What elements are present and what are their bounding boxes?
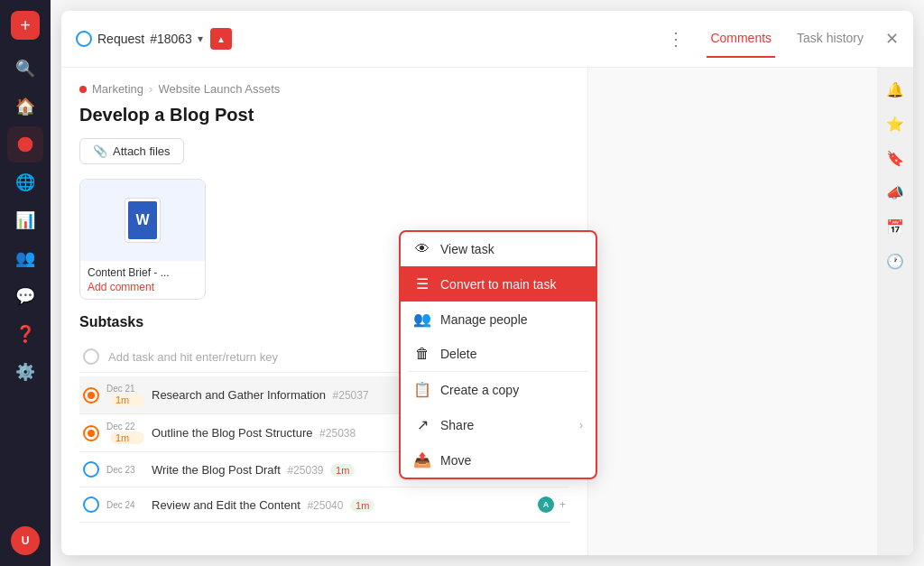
subtask-avatar-group: A +	[536, 495, 566, 515]
copy-icon: 📋	[413, 381, 431, 398]
question-icon[interactable]: ❓	[7, 316, 43, 352]
right-sidebar: 🔔 ⭐ 🔖 📣 📅 🕐	[877, 68, 913, 555]
subtask-date-label: Dec 21	[106, 384, 144, 394]
subtask-name: Review and Edit the Content #25040 1m	[152, 498, 529, 512]
add-button[interactable]: +	[11, 11, 40, 40]
context-menu: 👁 View task ☰ Convert to main task 👥 Man…	[399, 230, 597, 479]
mini-avatar: A	[536, 495, 556, 515]
main-content: Request #18063 ▾ ▲ ⋮ Comments Task histo…	[51, 0, 924, 566]
globe-icon[interactable]: 🌐	[7, 164, 43, 200]
empty-circle-icon	[83, 348, 99, 365]
modal-header: Request #18063 ▾ ▲ ⋮ Comments Task histo…	[61, 11, 913, 68]
left-sidebar: + 🔍 🏠 🌐 📊 👥 💬 ❓ ⚙️ U	[0, 0, 51, 566]
context-menu-view-task[interactable]: 👁 View task	[401, 232, 596, 266]
manage-people-label: Manage people	[440, 312, 583, 327]
subtask-time-badge: 1m	[110, 431, 144, 444]
subtask-row[interactable]: Dec 24 Review and Edit the Content #2504…	[79, 487, 569, 523]
paperclip-icon: 📎	[93, 144, 107, 158]
bookmark-icon[interactable]: 🔖	[881, 144, 910, 172]
tab-history[interactable]: Task history	[793, 20, 867, 58]
file-card: W Content Brief - ... Add comment	[79, 179, 206, 300]
subtask-date-label: Dec 23	[106, 465, 144, 475]
calendar-icon[interactable]: 📅	[881, 212, 910, 241]
task-circle-icon	[76, 31, 92, 47]
subtask-status-blue	[83, 461, 99, 478]
context-menu-delete[interactable]: 🗑 Delete	[401, 337, 596, 371]
attach-files-button[interactable]: 📎 Attach files	[79, 138, 184, 164]
copy-label: Create a copy	[440, 383, 583, 397]
attach-label: Attach files	[113, 144, 171, 158]
task-title: Develop a Blog Post	[79, 105, 569, 125]
megaphone-icon[interactable]: 📣	[881, 178, 910, 207]
move-icon: 📤	[413, 451, 431, 469]
search-icon[interactable]: 🔍	[7, 51, 43, 87]
tab-comments[interactable]: Comments	[707, 20, 775, 58]
chart-icon[interactable]: 📊	[7, 202, 43, 238]
subtask-status-orange	[83, 387, 99, 404]
file-name: Content Brief - ...	[88, 266, 198, 279]
close-icon[interactable]: ✕	[885, 29, 899, 49]
subtask-date-label: Dec 22	[106, 422, 144, 431]
share-label: Share	[440, 418, 570, 432]
tab-bar: Comments Task history ✕	[707, 20, 899, 58]
chevron-right-icon: ›	[579, 419, 583, 431]
people-icon[interactable]: 👥	[7, 240, 43, 276]
add-assignee-button[interactable]: +	[559, 498, 566, 511]
star-icon[interactable]: ⭐	[881, 109, 910, 138]
context-menu-share[interactable]: ↗ Share ›	[401, 407, 596, 442]
subtask-time-badge: 1m	[110, 394, 144, 406]
trash-icon: 🗑	[413, 346, 431, 362]
inbox-icon[interactable]	[7, 126, 43, 162]
right-panel-body: 👁 View task ☰ Convert to main task 👥 Man…	[588, 68, 877, 555]
context-menu-move[interactable]: 📤 Move	[401, 442, 596, 478]
breadcrumb-arrow-icon: ›	[149, 82, 152, 96]
file-preview: W	[80, 180, 205, 261]
bell-icon[interactable]: 🔔	[881, 75, 910, 104]
view-task-label: View task	[440, 242, 583, 256]
add-subtask-placeholder: Add task and hit enter/return key	[108, 350, 278, 364]
avatar[interactable]: U	[11, 526, 40, 555]
context-menu-manage-people[interactable]: 👥 Manage people	[401, 302, 596, 337]
clock-icon[interactable]: 🕐	[881, 246, 910, 275]
task-id: #18063	[150, 32, 192, 46]
manage-people-icon: 👥	[413, 311, 431, 328]
context-menu-convert[interactable]: ☰ Convert to main task	[401, 266, 596, 302]
more-options-icon[interactable]: ⋮	[660, 28, 692, 50]
dropdown-arrow-icon[interactable]: ▾	[198, 32, 203, 45]
share-icon: ↗	[413, 416, 431, 433]
task-modal: Request #18063 ▾ ▲ ⋮ Comments Task histo…	[61, 11, 913, 555]
context-menu-copy[interactable]: 📋 Create a copy	[401, 372, 596, 407]
subtask-status-blue	[83, 496, 99, 513]
breadcrumb: Marketing › Website Launch Assets	[79, 82, 569, 96]
right-panel: 👁 View task ☰ Convert to main task 👥 Man…	[588, 68, 877, 555]
project-dot	[79, 86, 87, 93]
convert-label: Convert to main task	[440, 277, 583, 292]
settings-icon[interactable]: ⚙️	[7, 354, 43, 390]
word-doc-icon: W	[125, 198, 161, 243]
move-label: Move	[440, 453, 583, 468]
modal-body: Marketing › Website Launch Assets Develo…	[61, 68, 913, 555]
home-icon[interactable]: 🏠	[7, 88, 43, 125]
task-type-badge: Request #18063 ▾	[76, 31, 203, 47]
right-panel-wrapper: 👁 View task ☰ Convert to main task 👥 Man…	[588, 68, 913, 555]
task-type-label: Request	[97, 32, 144, 46]
svg-point-0	[18, 137, 33, 153]
list-icon: ☰	[413, 275, 431, 292]
breadcrumb-project[interactable]: Marketing	[92, 82, 143, 96]
eye-icon: 👁	[413, 241, 431, 257]
team-logo: ▲	[210, 28, 232, 50]
add-comment-link[interactable]: Add comment	[88, 281, 198, 293]
subtask-date-label: Dec 24	[106, 500, 144, 510]
breadcrumb-section: Website Launch Assets	[158, 82, 280, 96]
chat-icon[interactable]: 💬	[7, 278, 43, 314]
subtask-status-orange	[83, 425, 99, 441]
delete-label: Delete	[440, 347, 583, 361]
